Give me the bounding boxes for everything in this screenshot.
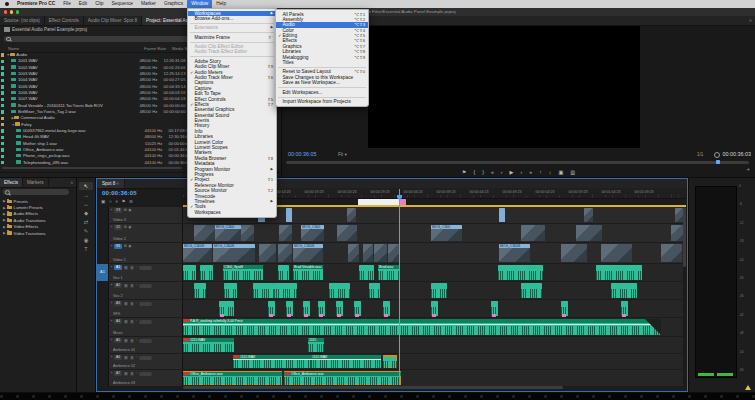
track-target-a4[interactable]: A4: [114, 319, 122, 324]
timeline-clip[interactable]: [200, 265, 213, 281]
mute-button[interactable]: M: [124, 356, 128, 360]
timeline-playhead[interactable]: [399, 189, 400, 385]
sync-lock-icon[interactable]: ⊞: [124, 226, 127, 230]
slip-tool[interactable]: ⇄: [79, 218, 93, 226]
menu-item-browse-add-ons[interactable]: Browse Add-ons...: [188, 16, 276, 21]
timeline-clip[interactable]: MOG_C300: [431, 225, 462, 242]
export-frame-button[interactable]: ▣: [558, 169, 563, 175]
label-color-chip[interactable]: [1, 85, 4, 88]
menu-help[interactable]: Help: [212, 0, 230, 8]
timeline-clip[interactable]: [194, 225, 215, 242]
menu-item-edit-workspaces[interactable]: Edit Workspaces...: [276, 90, 368, 95]
track-lock-icon[interactable]: ▪: [111, 339, 112, 343]
timeline-clip[interactable]: [498, 265, 543, 281]
solo-button[interactable]: S: [130, 302, 134, 306]
step-forward-button[interactable]: ›: [521, 169, 523, 175]
track-lock-icon[interactable]: ▪: [111, 320, 112, 324]
menu-sequence[interactable]: Sequence: [107, 0, 137, 8]
label-color-chip[interactable]: [1, 91, 4, 94]
timeline-clip[interactable]: MOG_C300S: [293, 244, 323, 263]
tab-markers[interactable]: Markers: [23, 178, 49, 187]
timeline-clip[interactable]: [584, 208, 593, 223]
add-marker-icon[interactable]: ⚑: [122, 199, 126, 204]
playback-resolution-dropdown[interactable]: 1/1: [697, 150, 703, 159]
program-playhead[interactable]: [716, 160, 720, 164]
project-h-scrollbar[interactable]: [2, 167, 182, 169]
label-color-chip[interactable]: [1, 123, 4, 126]
voiceover-mic-icon[interactable]: ◦: [136, 302, 137, 306]
label-color-chip[interactable]: [1, 129, 4, 132]
timeline-clip[interactable]: MOG_C300S: [213, 244, 255, 263]
timeline-clip[interactable]: [224, 283, 237, 299]
timeline-clip[interactable]: MOG_C300: [215, 225, 241, 242]
timeline-clip[interactable]: [374, 244, 387, 263]
panel-menu-icon[interactable]: ≡: [746, 16, 755, 25]
project-search-input[interactable]: [4, 36, 200, 42]
label-color-chip[interactable]: [1, 117, 4, 120]
track-target-a7[interactable]: A7: [114, 371, 122, 376]
label-color-chip[interactable]: [1, 66, 4, 69]
timeline-clip[interactable]: MOG_C300S: [183, 244, 212, 263]
timeline-clip[interactable]: [363, 244, 373, 263]
ripple-edit-tool[interactable]: ↔: [79, 200, 93, 208]
label-color-chip[interactable]: [1, 148, 4, 151]
lift-button[interactable]: ↑: [539, 169, 542, 175]
track-lock-icon[interactable]: ▪: [111, 302, 112, 306]
timeline-clip[interactable]: MOG_C300S: [499, 244, 530, 263]
go-to-in-button[interactable]: «: [491, 169, 494, 175]
track-lane-a3[interactable]: [183, 300, 683, 317]
label-color-chip[interactable]: [1, 110, 4, 113]
timeline-clip[interactable]: [596, 265, 642, 281]
track-lane-a2[interactable]: [183, 282, 683, 299]
column-header-name[interactable]: Name: [0, 45, 126, 52]
hand-tool[interactable]: ◉: [79, 236, 93, 244]
voiceover-mic-icon[interactable]: ◦: [136, 320, 137, 324]
program-video-display[interactable]: [368, 26, 640, 148]
timeline-clip[interactable]: [337, 225, 357, 242]
timeline-v-scrollbar[interactable]: [683, 207, 686, 267]
selection-tool[interactable]: ↖: [79, 182, 93, 190]
label-color-chip[interactable]: [1, 136, 4, 139]
timeline-clip[interactable]: [521, 283, 542, 299]
menu-item-audio-track-effect-editor[interactable]: Audio Track Effect Editor: [188, 49, 276, 54]
label-color-chip[interactable]: [1, 60, 4, 63]
track-output-eye-icon[interactable]: ◉: [128, 226, 131, 230]
timeline-clip[interactable]: [259, 244, 276, 263]
mute-button[interactable]: M: [124, 372, 128, 376]
track-target-a3[interactable]: A3: [114, 301, 122, 306]
button-editor-icon[interactable]: +: [746, 166, 750, 172]
mute-button[interactable]: M: [124, 320, 128, 324]
voiceover-mic-icon[interactable]: ◦: [136, 356, 137, 360]
timeline-clip[interactable]: C300_Spot8: [223, 265, 263, 281]
track-lock-icon[interactable]: ▪: [111, 284, 112, 288]
step-back-button[interactable]: ‹: [501, 169, 503, 175]
solo-button[interactable]: S: [130, 284, 134, 288]
go-to-out-button[interactable]: »: [529, 169, 532, 175]
solo-button[interactable]: S: [130, 266, 134, 270]
source-assign-a1[interactable]: A1: [97, 264, 109, 281]
solo-button[interactable]: S: [130, 372, 134, 376]
track-lane-a7[interactable]: Office_Ambiance.wavOffice_Ambiance.wav: [183, 370, 683, 386]
timeline-clip[interactable]: [183, 265, 196, 281]
label-color-chip[interactable]: [1, 98, 4, 101]
timeline-clip[interactable]: [253, 283, 274, 299]
menu-clip[interactable]: Clip: [91, 0, 107, 8]
panel-menu-icon[interactable]: ≡: [117, 181, 120, 186]
label-color-chip[interactable]: [1, 79, 4, 82]
comparison-view-button[interactable]: ▥: [570, 169, 575, 175]
track-target-v3[interactable]: V3: [114, 208, 122, 213]
timeline-clip[interactable]: [521, 225, 545, 242]
timeline-clip[interactable]: [601, 244, 632, 263]
track-lock-icon[interactable]: ▪: [111, 356, 112, 360]
sync-lock-icon[interactable]: ⊞: [124, 209, 127, 213]
timeline-clip[interactable]: [347, 208, 356, 223]
timeline-clip[interactable]: [611, 283, 637, 299]
apple-menu-icon[interactable]: [5, 2, 9, 6]
timeline-clip[interactable]: [661, 244, 682, 263]
menu-premiere-pro-cc[interactable]: Premiere Pro CC: [13, 0, 59, 8]
menu-marker[interactable]: Marker: [137, 0, 160, 8]
track-lane-a4[interactable]: P.A.R_working calmfully 3.04 P.mix: [183, 318, 683, 336]
track-output-eye-icon[interactable]: ◉: [128, 245, 131, 249]
menu-item-titles[interactable]: Titles: [276, 60, 368, 65]
track-target-a6[interactable]: A6: [114, 355, 122, 360]
